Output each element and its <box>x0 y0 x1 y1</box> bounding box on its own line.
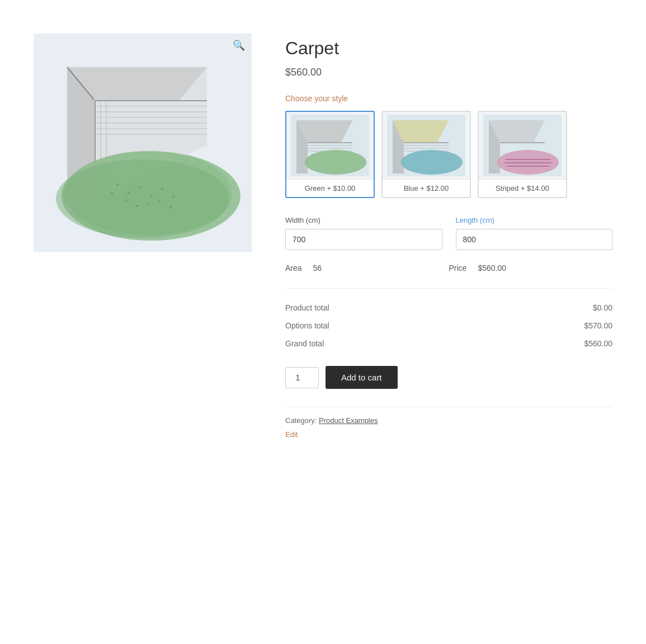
svg-point-18 <box>128 192 130 194</box>
quantity-input[interactable] <box>285 367 319 388</box>
dimensions-row: Width (cm) Length (cm) <box>285 216 612 250</box>
swatch-striped[interactable]: Striped + $14.00 <box>478 111 567 198</box>
grand-total-value: $560.00 <box>584 339 612 348</box>
svg-point-37 <box>305 150 366 175</box>
options-total-label: Options total <box>285 321 329 330</box>
price-label: Price <box>449 264 467 272</box>
product-total-value: $0.00 <box>593 303 612 312</box>
category-link[interactable]: Product Examples <box>319 416 378 425</box>
zoom-icon[interactable]: 🔍 <box>233 39 245 51</box>
options-total-value: $570.00 <box>584 321 612 330</box>
swatch-green-label: Green + $10.00 <box>286 179 374 197</box>
svg-point-27 <box>111 192 113 194</box>
meta-section: Category: Product Examples Edit <box>285 407 612 439</box>
swatch-blue-label: Blue + $12.00 <box>383 179 470 197</box>
area-value: 56 <box>313 264 322 272</box>
swatch-green[interactable]: Green + $10.00 <box>285 111 375 198</box>
product-total-row: Product total $0.00 <box>285 299 612 317</box>
calc-row: Area 56 Price $560.00 <box>285 264 612 272</box>
svg-point-45 <box>401 150 463 175</box>
product-image-container: 🔍 <box>34 34 252 252</box>
product-title: Carpet <box>285 38 612 59</box>
svg-point-25 <box>147 203 149 205</box>
swatch-blue-image <box>383 112 470 179</box>
svg-point-17 <box>116 184 119 186</box>
options-total-row: Options total $570.00 <box>285 317 612 335</box>
category-row: Category: Product Examples <box>285 416 612 425</box>
svg-point-28 <box>169 206 172 208</box>
product-image <box>34 34 252 252</box>
area-item: Area 56 <box>285 264 449 272</box>
svg-point-23 <box>125 199 127 201</box>
style-label: Choose your style <box>285 94 612 103</box>
length-field-group: Length (cm) <box>456 216 613 250</box>
length-label: Length (cm) <box>456 216 613 224</box>
swatch-striped-label: Striped + $14.00 <box>479 179 566 197</box>
product-details: Carpet $560.00 Choose your style <box>285 34 612 439</box>
svg-point-21 <box>161 188 163 190</box>
area-label: Area <box>285 264 302 272</box>
totals-section: Product total $0.00 Options total $570.0… <box>285 288 612 352</box>
width-input[interactable] <box>285 229 442 250</box>
svg-point-24 <box>136 205 138 207</box>
swatch-blue[interactable]: Blue + $12.00 <box>381 111 471 198</box>
width-label: Width (cm) <box>285 216 442 224</box>
width-field-group: Width (cm) <box>285 216 442 250</box>
svg-point-20 <box>150 195 152 197</box>
svg-point-16 <box>56 159 229 238</box>
grand-total-label: Grand total <box>285 339 324 348</box>
price-item: Price $560.00 <box>449 264 613 272</box>
svg-point-22 <box>172 196 175 198</box>
category-label: Category: <box>285 416 317 425</box>
product-base-price: $560.00 <box>285 67 612 78</box>
edit-link[interactable]: Edit <box>285 430 298 439</box>
swatch-green-image <box>286 112 374 179</box>
product-page: 🔍 <box>34 22 612 439</box>
product-total-label: Product total <box>285 303 329 312</box>
svg-point-19 <box>139 186 141 189</box>
swatch-striped-image <box>479 112 566 179</box>
price-value: $560.00 <box>478 264 506 272</box>
length-input[interactable] <box>456 229 613 250</box>
add-to-cart-row: Add to cart <box>285 366 612 389</box>
style-swatches: Green + $10.00 Blue + $12. <box>285 111 612 198</box>
add-to-cart-button[interactable]: Add to cart <box>326 366 398 389</box>
svg-point-26 <box>158 200 161 203</box>
grand-total-row: Grand total $560.00 <box>285 335 612 352</box>
